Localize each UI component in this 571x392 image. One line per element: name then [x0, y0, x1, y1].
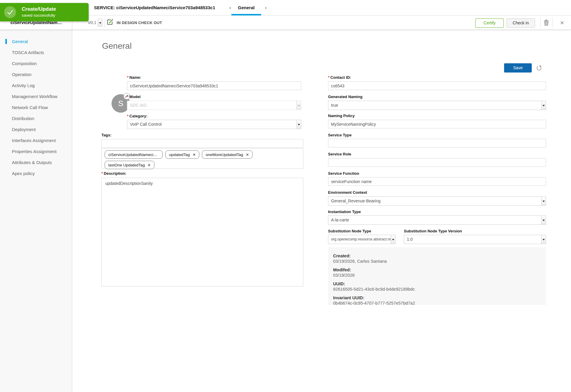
sidebar-item-network-call-flow[interactable]: Network Call Flow [0, 102, 72, 113]
tab-general-label: General [238, 5, 255, 10]
created-value: 03/19/2026, Carlos Santana [333, 259, 546, 264]
close-icon[interactable]: ✕ [558, 18, 567, 27]
breadcrumb-arrow-icon [265, 7, 267, 9]
sidebar-item-management-workflow[interactable]: Management Workflow [0, 91, 72, 102]
description-textarea[interactable]: updatedDescriptionSanity [101, 178, 303, 286]
chevron-down-icon [297, 120, 301, 129]
generated-naming-select[interactable]: true [328, 101, 546, 110]
service-role-input[interactable] [328, 158, 546, 167]
success-toast[interactable]: Create/Update saved successfully [0, 3, 89, 21]
service-role-label: Service Role [328, 152, 351, 156]
save-button[interactable]: Save [504, 63, 532, 73]
version-dropdown[interactable] [98, 19, 102, 26]
service-function-input[interactable] [328, 177, 546, 186]
sidebar-item-activity-log[interactable]: Activity Log [0, 80, 72, 91]
uuid-value: 82616505-5d21-43c6-bc9d-b4de92189bdc [333, 286, 546, 292]
chevron-down-icon [541, 235, 546, 244]
service-type-input[interactable] [328, 139, 546, 147]
certify-button[interactable]: Certify [475, 18, 504, 28]
revert-refresh-icon[interactable] [536, 64, 542, 73]
toolbar-divider [553, 18, 553, 28]
tag-chip: ciServiceUpdatedNameciServic... [105, 150, 163, 159]
tag-chip: oneMoreUpdatedTag✕ [202, 150, 252, 159]
lifecycle-state-label: IN DESIGN CHECK OUT [117, 21, 162, 25]
page-title: General [102, 41, 132, 51]
sidebar-item-composition[interactable]: Composition [0, 58, 72, 69]
invariant-uuid-value: 0b4b674c-0c95-4707-b777-5257e57bd7a2 [333, 300, 546, 306]
environment-context-select[interactable]: General_Revenue-Bearing [328, 196, 546, 206]
contact-id-input[interactable] [328, 81, 546, 90]
instantiation-type-label: Instantiation Type [328, 210, 361, 214]
service-function-label: Service Function [328, 171, 359, 176]
substitution-node-type-select[interactable]: org.openecomp.resource.abstract.nodes.se… [328, 235, 396, 244]
sidebar-item-operation[interactable]: Operation [0, 69, 72, 80]
tags-input[interactable] [101, 139, 303, 148]
tags-list: ciServiceUpdatedNameciServic... updatedT… [101, 148, 303, 169]
version-value: V0.1 [88, 15, 96, 30]
model-select[interactable]: SDC AID [127, 101, 301, 110]
metadata-box: Created: 03/19/2026, Carlos Santana Modi… [328, 247, 546, 305]
lifecycle-state: IN DESIGN CHECK OUT [106, 15, 162, 30]
chevron-down-icon [541, 101, 546, 110]
tag-remove-icon[interactable]: ✕ [148, 163, 151, 167]
tag-chip: updatedTag✕ [165, 150, 199, 159]
tags-label: Tags: [101, 133, 112, 137]
description-label: *Description: [101, 171, 126, 176]
sidebar-nav: General TOSCA Artifacts Composition Oper… [0, 30, 72, 392]
checkin-button[interactable]: Check in [506, 18, 535, 28]
substitution-node-type-version-select[interactable]: 1.0 [404, 235, 546, 244]
service-type-label: Service Type [328, 133, 352, 137]
naming-policy-input[interactable] [328, 120, 546, 128]
chevron-down-icon [391, 235, 395, 244]
model-label: *Model [127, 95, 141, 99]
sidebar-item-properties-assignment[interactable]: Properties Assignment [0, 146, 72, 157]
breadcrumb: SERVICE: ciServiceUpdatedNameciService70… [94, 0, 215, 15]
instantiation-type-select[interactable]: A-la-carte [328, 215, 546, 225]
environment-context-label: Environment Context [328, 190, 367, 195]
uuid-label: UUID: [333, 281, 546, 286]
sidebar-item-deployment[interactable]: Deployment [0, 124, 72, 135]
naming-policy-label: Naming Policy [328, 114, 355, 118]
name-label: *Name: [127, 75, 141, 80]
toolbar-divider [105, 18, 105, 28]
name-input[interactable] [127, 81, 301, 90]
sidebar-item-apex-policy[interactable]: Apex policy [0, 168, 72, 179]
category-select[interactable]: VoIP Call Control [127, 120, 301, 129]
substitution-node-type-version-label: Substitution Node Type Version [404, 229, 462, 233]
tag-remove-icon[interactable]: ✕ [246, 152, 249, 157]
tag-chip: lastOne UpdatedTag✕ [105, 161, 154, 169]
sidebar-item-tosca-artifacts[interactable]: TOSCA Artifacts [0, 47, 72, 58]
modified-value: 03/19/2026 [333, 273, 546, 278]
toolbar-divider [540, 18, 541, 28]
design-checkout-icon [106, 18, 114, 27]
sidebar-item-interfaces-assignment[interactable]: Interfaces Assignment [0, 135, 72, 146]
chevron-down-icon [541, 216, 546, 224]
sdc-general-page: SERVICE: ciServiceUpdatedNameciService70… [0, 0, 571, 392]
check-circle-icon [4, 6, 16, 18]
delete-trash-icon[interactable] [543, 19, 549, 27]
tag-remove-icon[interactable]: ✕ [193, 152, 196, 157]
sidebar-item-attributes-outputs[interactable]: Attributes & Outputs [0, 157, 72, 168]
modified-label: Modifed: [333, 267, 546, 273]
generated-naming-label: Generated Naming [328, 95, 363, 99]
toast-subtitle: saved successfully [22, 13, 55, 18]
contact-id-label: *Contact ID: [328, 75, 351, 80]
toast-title: Create/Update [22, 6, 56, 12]
sidebar-item-general[interactable]: General [0, 36, 72, 47]
invariant-uuid-label: Invariant UUID: [333, 295, 546, 300]
created-label: Created: [333, 253, 546, 259]
category-label: *Category: [127, 114, 148, 118]
substitution-node-type-label: Substitution Node Type [328, 229, 371, 233]
chevron-down-icon [297, 101, 301, 110]
tab-general[interactable]: General [231, 0, 261, 15]
sidebar-item-distribution[interactable]: Distribution [0, 113, 72, 124]
chevron-down-icon [541, 197, 546, 205]
